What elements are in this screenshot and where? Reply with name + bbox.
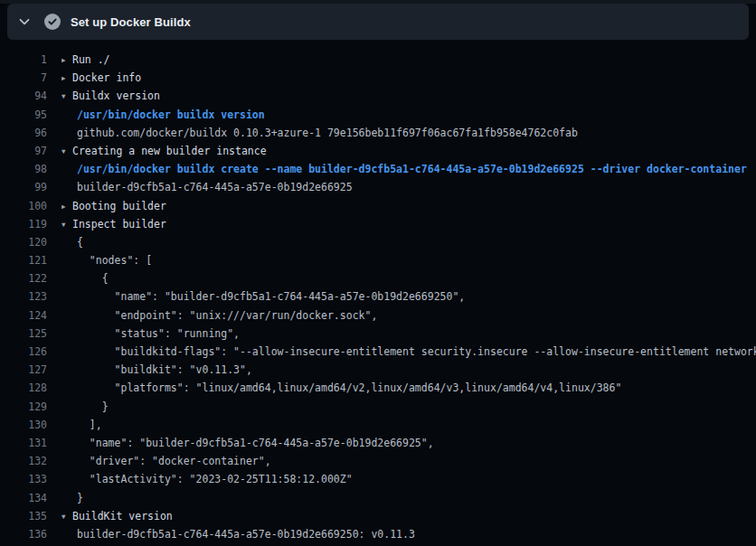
line-body: ▶Run ./ [61, 51, 756, 69]
log-line-row: 123 "name": "builder-d9cfb5a1-c764-445a-… [0, 287, 756, 306]
group-collapsed-icon[interactable]: ▶ [61, 198, 72, 215]
group-expanded-icon[interactable]: ▼ [61, 216, 72, 233]
log-line-row: 131 "name": "builder-d9cfb5a1-c764-445a-… [0, 434, 756, 452]
line-number[interactable]: 121 [0, 251, 47, 269]
line-number[interactable]: 126 [0, 343, 47, 361]
line-text: /usr/bin/docker buildx version [77, 108, 265, 121]
line-number[interactable]: 124 [0, 306, 47, 325]
line-number[interactable]: 99 [0, 178, 47, 196]
log-group-row[interactable]: 97 ▼Creating a new builder instance [0, 142, 756, 160]
log-line-row: 124 "endpoint": "unix:///var/run/docker.… [0, 306, 756, 325]
line-number[interactable]: 125 [0, 325, 47, 343]
line-body: ], [61, 416, 756, 434]
line-number[interactable]: 129 [0, 398, 47, 416]
log-line-row: 129 } [0, 398, 756, 416]
group-expanded-icon[interactable]: ▼ [61, 143, 72, 160]
line-text: Buildx version [72, 89, 160, 102]
line-number[interactable]: 98 [0, 160, 47, 178]
line-number[interactable]: 127 [0, 361, 47, 379]
group-collapsed-icon[interactable]: ▶ [61, 70, 72, 87]
chevron-down-icon[interactable] [18, 15, 31, 28]
line-number[interactable]: 120 [0, 233, 47, 251]
line-number[interactable]: 134 [0, 489, 47, 507]
log-line-row: 128 "platforms": "linux/amd64,linux/amd6… [0, 379, 756, 397]
line-text: BuildKit version [72, 510, 173, 522]
log-line-row: 98 /usr/bin/docker buildx create --name … [0, 160, 756, 178]
line-body: } [61, 489, 756, 507]
line-body: "name": "builder-d9cfb5a1-c764-445a-a57e… [61, 434, 756, 452]
line-text: Creating a new builder instance [72, 145, 267, 157]
line-body: ▼Creating a new builder instance [61, 142, 756, 160]
line-text: ], [77, 419, 102, 431]
line-body: /usr/bin/docker buildx version [61, 106, 756, 124]
line-number[interactable]: 133 [0, 470, 47, 488]
line-text: "lastActivity": "2023-02-25T11:58:12.000… [77, 473, 353, 485]
line-text: "status": "running", [77, 327, 240, 340]
line-body: ▼Buildx version [61, 87, 756, 105]
group-collapsed-icon[interactable]: ▶ [61, 52, 72, 69]
line-number[interactable]: 130 [0, 416, 47, 434]
line-body: "driver": "docker-container", [61, 452, 756, 470]
log-line-row: 130 ], [0, 416, 756, 434]
line-body: "lastActivity": "2023-02-25T11:58:12.000… [61, 470, 756, 488]
log-group-row[interactable]: 100 ▶Booting builder [0, 197, 756, 215]
line-text: Docker info [72, 71, 141, 84]
line-body: "nodes": [ [61, 251, 756, 269]
line-number[interactable]: 136 [0, 525, 47, 543]
line-text: Inspect builder [72, 218, 166, 231]
line-number[interactable]: 132 [0, 452, 47, 470]
log-group-row[interactable]: 1 ▶Run ./ [0, 51, 756, 69]
step-header[interactable]: Set up Docker Buildx [7, 4, 749, 40]
log-line-row: 134 } [0, 489, 756, 507]
line-body: } [61, 398, 756, 416]
line-text: "platforms": "linux/amd64,linux/amd64/v2… [77, 381, 621, 394]
log-line-row: 126 "buildkitd-flags": "--allow-insecure… [0, 343, 756, 361]
line-text: "endpoint": "unix:///var/run/docker.sock… [77, 309, 377, 322]
line-text: "buildkit": "v0.11.3", [77, 363, 252, 376]
log-line-row: 99 builder-d9cfb5a1-c764-445a-a57e-0b19d… [0, 178, 756, 196]
log-lines: 1 ▶Run ./ 7 ▶Docker info 94 ▼Buildx vers… [0, 40, 756, 543]
line-body: "platforms": "linux/amd64,linux/amd64/v2… [61, 379, 756, 397]
log-line-row: 121 "nodes": [ [0, 251, 756, 269]
line-text: } [77, 400, 109, 413]
group-expanded-icon[interactable]: ▼ [61, 508, 72, 525]
line-number[interactable]: 100 [0, 197, 47, 215]
log-line-row: 96 github.com/docker/buildx 0.10.3+azure… [0, 124, 756, 142]
line-text: Booting builder [72, 200, 166, 212]
line-body: ▼Inspect builder [61, 215, 756, 233]
line-body: "status": "running", [61, 325, 756, 343]
line-body: ▶Booting builder [61, 197, 756, 215]
line-number[interactable]: 131 [0, 434, 47, 452]
line-number[interactable]: 1 [0, 51, 47, 69]
line-number[interactable]: 97 [0, 142, 47, 160]
group-expanded-icon[interactable]: ▼ [61, 88, 72, 105]
log-line-row: 136 builder-d9cfb5a1-c764-445a-a57e-0b19… [0, 525, 756, 543]
log-group-row[interactable]: 94 ▼Buildx version [0, 87, 756, 105]
line-number[interactable]: 96 [0, 124, 47, 142]
line-text: "buildkitd-flags": "--allow-insecure-ent… [77, 345, 756, 358]
log-line-row: 122 { [0, 269, 756, 287]
line-number[interactable]: 123 [0, 287, 47, 306]
log-line-row: 132 "driver": "docker-container", [0, 452, 756, 470]
log-group-row[interactable]: 135 ▼BuildKit version [0, 507, 756, 525]
line-body: ▼BuildKit version [61, 507, 756, 525]
line-number[interactable]: 122 [0, 269, 47, 287]
line-body: builder-d9cfb5a1-c764-445a-a57e-0b19d2e6… [61, 178, 756, 196]
line-body: "buildkit": "v0.11.3", [61, 361, 756, 379]
line-text: builder-d9cfb5a1-c764-445a-a57e-0b19d2e6… [77, 181, 353, 193]
line-body: builder-d9cfb5a1-c764-445a-a57e-0b19d2e6… [61, 525, 756, 543]
line-number[interactable]: 135 [0, 507, 47, 525]
log-line-row: 120 { [0, 233, 756, 251]
line-number[interactable]: 128 [0, 379, 47, 397]
line-text: "name": "builder-d9cfb5a1-c764-445a-a57e… [77, 290, 465, 303]
line-number[interactable]: 94 [0, 87, 47, 105]
log-line-row: 95 /usr/bin/docker buildx version [0, 106, 756, 124]
log-group-row[interactable]: 119 ▼Inspect builder [0, 215, 756, 233]
line-number[interactable]: 7 [0, 69, 47, 87]
line-body: "buildkitd-flags": "--allow-insecure-ent… [61, 343, 756, 361]
line-number[interactable]: 119 [0, 215, 47, 233]
line-body: /usr/bin/docker buildx create --name bui… [61, 160, 756, 178]
log-group-row[interactable]: 7 ▶Docker info [0, 69, 756, 87]
line-body: { [61, 233, 756, 251]
line-number[interactable]: 95 [0, 106, 47, 124]
